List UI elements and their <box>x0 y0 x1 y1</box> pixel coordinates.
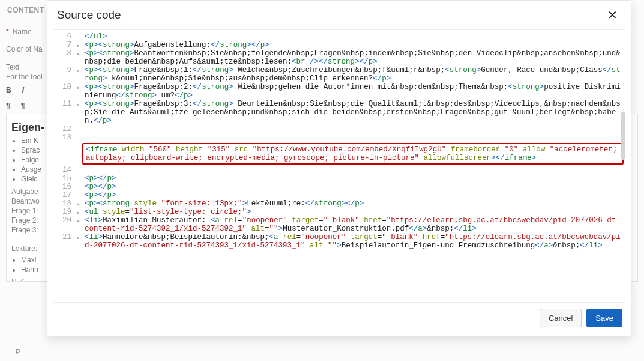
modal-header: Source code ✕ <box>47 1 631 29</box>
editor-path-indicator: P <box>16 348 20 356</box>
cancel-button[interactable]: Cancel <box>540 309 582 327</box>
fold-marker[interactable]: ▸ <box>75 41 82 49</box>
line-number: 9 <box>53 66 75 74</box>
fold-marker[interactable] <box>75 183 82 184</box>
code-text[interactable]: <p><strong>Frage&nbsp;2:</strong> Wie&nb… <box>82 83 625 100</box>
code-line[interactable]: 11▸<p><strong>Frage&nbsp;3:</strong> Beu… <box>53 100 625 125</box>
close-icon: ✕ <box>607 8 618 22</box>
code-line[interactable]: 14 <box>53 166 625 174</box>
code-line[interactable]: 20▸<li>Maximilian Musterautor: <a rel="n… <box>53 216 625 233</box>
modal-title: Source code <box>57 8 121 22</box>
line-number: 19 <box>53 208 75 216</box>
line-number: 14 <box>53 166 75 174</box>
code-line[interactable]: 18▸<p><strong style="font-size: 13px;">L… <box>53 199 625 208</box>
code-text[interactable]: <iframe width="560" height="315" src="ht… <box>86 145 620 162</box>
line-number: 10 <box>53 83 75 91</box>
fold-marker[interactable]: ▸ <box>75 233 82 241</box>
line-number: 11 <box>53 100 75 108</box>
code-line[interactable]: 17<p></p> <box>53 191 625 199</box>
fold-marker[interactable] <box>75 191 82 192</box>
code-line[interactable]: 9▸<p><strong>Frage&nbsp;1:</strong> Welc… <box>53 66 625 83</box>
fold-marker[interactable] <box>75 32 82 34</box>
code-line[interactable]: 19▸<ul style="list-style-type: circle;"> <box>53 208 625 216</box>
code-line[interactable]: 15<p></p> <box>53 174 625 183</box>
line-number: 17 <box>53 191 75 199</box>
code-line[interactable]: 10▸<p><strong>Frage&nbsp;2:</strong> Wie… <box>53 83 625 100</box>
code-line[interactable]: 13 <box>53 133 625 142</box>
scrollbar[interactable] <box>620 48 625 260</box>
code-text[interactable]: <p><strong>Frage&nbsp;3:</strong> Beurte… <box>82 100 625 125</box>
modal-footer: Cancel Save <box>47 303 631 336</box>
code-text[interactable]: <p><strong>Beantworten&nbsp;Sie&nbsp;fol… <box>82 49 625 66</box>
line-number: 16 <box>53 183 75 191</box>
code-text[interactable]: <p><strong>Frage&nbsp;1:</strong> Welche… <box>82 66 625 83</box>
pilcrow-icon[interactable]: ¶ <box>21 102 25 110</box>
fold-marker[interactable]: ▸ <box>75 49 82 58</box>
line-number: 12 <box>53 125 75 133</box>
name-label: Name <box>13 28 32 36</box>
line-number: 18 <box>53 199 75 208</box>
code-line[interactable]: 12 <box>53 125 625 133</box>
close-button[interactable]: ✕ <box>604 7 621 23</box>
line-number: 20 <box>53 216 75 225</box>
code-text[interactable]: </ul> <box>82 32 625 41</box>
line-number: 6 <box>53 32 75 41</box>
line-number: 15 <box>53 174 75 183</box>
save-button[interactable]: Save <box>586 309 622 327</box>
code-text[interactable]: <p></p> <box>82 183 625 191</box>
code-line[interactable]: 21▸<li>Hannelore&nbsp;Beispielautorin:&n… <box>53 233 625 250</box>
code-line[interactable]: 7▸<p><strong>Aufgabenstellung:</strong><… <box>53 41 625 49</box>
fold-marker[interactable]: ▸ <box>75 83 82 91</box>
code-text[interactable]: <ul style="list-style-type: circle;"> <box>82 208 625 216</box>
italic-button[interactable]: I <box>22 86 24 94</box>
fold-marker[interactable]: ▸ <box>75 66 82 74</box>
code-line[interactable]: 8▸<p><strong>Beantworten&nbsp;Sie&nbsp;f… <box>53 49 625 66</box>
fold-marker[interactable]: ▸ <box>75 100 82 108</box>
scrollbar-thumb[interactable] <box>621 112 625 160</box>
fold-marker[interactable] <box>75 133 82 135</box>
code-editor[interactable]: 6</ul>7▸<p><strong>Aufgabenstellung:</st… <box>53 29 625 303</box>
code-text[interactable]: <p><strong style="font-size: 13px;">Lekt… <box>82 199 625 208</box>
fold-marker[interactable]: ▸ <box>75 208 82 216</box>
required-marker: * <box>6 28 9 36</box>
line-number: 7 <box>53 41 75 49</box>
code-text[interactable]: <p><strong>Aufgabenstellung:</strong></p… <box>82 41 625 49</box>
code-text[interactable]: <li>Hannelore&nbsp;Beispielautorin:&nbsp… <box>82 233 625 250</box>
pilcrow-icon[interactable]: ¶ <box>6 102 10 110</box>
code-line[interactable]: 6</ul> <box>53 32 625 41</box>
line-number: 13 <box>53 133 75 142</box>
fold-marker[interactable] <box>75 166 82 167</box>
source-code-modal: Source code ✕ 6</ul>7▸<p><strong>Aufgabe… <box>47 0 631 336</box>
fold-marker[interactable] <box>75 125 82 126</box>
line-number: 8 <box>53 49 75 58</box>
gutter-divider <box>80 30 80 302</box>
fold-marker[interactable]: ▸ <box>75 216 82 225</box>
bold-button[interactable]: B <box>6 86 11 94</box>
line-number: 21 <box>53 233 75 241</box>
code-text[interactable]: <p></p> <box>82 191 625 199</box>
code-line[interactable]: 16<p></p> <box>53 183 625 191</box>
highlighted-code-block[interactable]: <iframe width="560" height="315" src="ht… <box>82 143 624 165</box>
fold-marker[interactable]: ▸ <box>75 199 82 208</box>
code-text[interactable]: <p></p> <box>82 174 625 183</box>
code-text[interactable]: <li>Maximilian Musterautor: <a rel="noop… <box>82 216 625 233</box>
fold-marker[interactable] <box>75 174 82 175</box>
